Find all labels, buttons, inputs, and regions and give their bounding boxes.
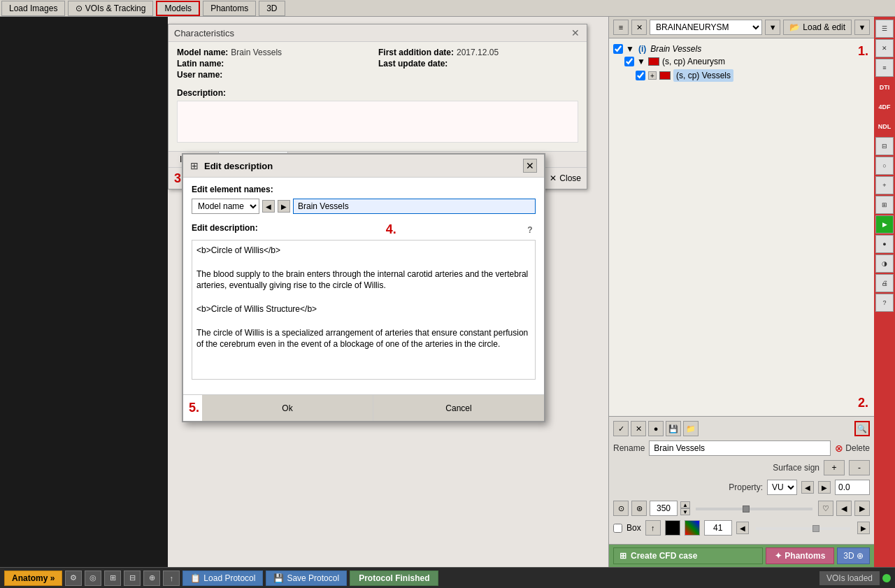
- multicolor-btn[interactable]: [685, 520, 700, 536]
- create-cfd-btn[interactable]: ⊞ Create CFD case: [613, 547, 763, 564]
- edit-dialog-icon: ⊞: [190, 160, 199, 171]
- edit-description-dialog: ⊞ Edit description ✕ Edit element names:…: [182, 153, 545, 422]
- expand-vessels[interactable]: +: [648, 71, 657, 80]
- status-icon1[interactable]: ⚙: [65, 571, 82, 586]
- dropdown-expand-btn[interactable]: ▼: [765, 20, 780, 35]
- sidebar-close-btn[interactable]: ✕: [875, 39, 894, 57]
- status-icon5[interactable]: ⊕: [143, 571, 160, 586]
- name-type-select[interactable]: Model name: [192, 199, 259, 214]
- tree-label-brain-vessels[interactable]: Brain Vessels: [650, 44, 701, 54]
- load-protocol-btn[interactable]: 📋 Load Protocol: [182, 571, 263, 586]
- slider-next-btn[interactable]: ▶: [854, 501, 870, 516]
- vois-tracking-btn[interactable]: ⊙ VOIs & Tracking: [68, 1, 153, 16]
- sidebar-menu-btn[interactable]: ☰: [875, 20, 894, 38]
- zoom-btn[interactable]: 🔍: [854, 421, 870, 436]
- ndl-btn[interactable]: NDL: [875, 117, 894, 136]
- i-icon-brain-vessels: (i): [638, 44, 646, 54]
- edit-description-label: Edit description:: [192, 223, 258, 233]
- close-x-icon: ✕: [550, 173, 557, 183]
- property-prev-btn[interactable]: ◀: [801, 481, 814, 494]
- threed-tab-btn[interactable]: 3D: [259, 1, 285, 16]
- load-images-btn[interactable]: Load Images: [1, 1, 65, 16]
- slider-down-btn[interactable]: ▼: [680, 508, 690, 515]
- help-btn[interactable]: ?: [524, 224, 536, 236]
- name-input-field[interactable]: Brain Vessels: [293, 199, 536, 214]
- prev-name-btn[interactable]: ◀: [262, 200, 275, 213]
- slider-value-input[interactable]: 350: [650, 501, 678, 516]
- color-value-input[interactable]: 41: [704, 520, 732, 536]
- load-icon: 📂: [789, 22, 800, 32]
- panel-icon-btn[interactable]: ≡: [613, 20, 629, 35]
- status-icon4[interactable]: ⊟: [124, 571, 141, 586]
- folder-btn[interactable]: 📁: [683, 421, 699, 436]
- 4df-btn[interactable]: 4DF: [875, 98, 894, 116]
- sidebar-layers-btn[interactable]: ⊟: [875, 137, 894, 155]
- tree-label-vessels[interactable]: (s, cp) Vessels: [673, 69, 733, 82]
- tree-item-brain-vessels: ▼ (i) Brain Vessels: [613, 43, 870, 55]
- models-btn[interactable]: Models: [156, 1, 200, 16]
- heart-btn[interactable]: ♡: [818, 501, 833, 516]
- next-name-btn[interactable]: ▶: [278, 200, 290, 213]
- surface-sign-row: Surface sign + -: [613, 460, 870, 475]
- sidebar-play-btn[interactable]: ▶: [875, 215, 894, 234]
- plus-sign-btn[interactable]: +: [824, 460, 845, 475]
- characteristics-fields: Model name: Brain Vessels First addition…: [177, 48, 578, 80]
- slider-icon-btn[interactable]: ⊙: [613, 501, 629, 516]
- sidebar-plus-btn[interactable]: +: [875, 176, 894, 194]
- aneurysm-color-swatch: [648, 57, 659, 66]
- sidebar-grid-btn[interactable]: ⊞: [875, 196, 894, 214]
- sidebar-print-btn[interactable]: 🖨: [875, 274, 894, 292]
- save-protocol-btn[interactable]: 💾 Save Protocol: [266, 571, 347, 586]
- confirm-btn[interactable]: ✓: [613, 421, 629, 436]
- sidebar-contrast-btn[interactable]: ◑: [875, 254, 894, 273]
- box-checkbox[interactable]: [613, 524, 622, 533]
- save-btn[interactable]: 💾: [666, 421, 681, 436]
- color-next-btn[interactable]: ▶: [857, 522, 870, 534]
- sidebar-dot-btn[interactable]: ●: [875, 235, 894, 253]
- description-textarea[interactable]: <b>Circle of Willis</b> The blood supply…: [192, 240, 536, 380]
- sidebar-circle-btn[interactable]: ○: [875, 157, 894, 175]
- threed-btn[interactable]: 3D ⊕: [837, 547, 870, 564]
- status-icon2[interactable]: ◎: [85, 571, 101, 586]
- load-edit-btn[interactable]: 📂 Load & edit: [783, 20, 852, 35]
- slider-up-btn[interactable]: ▲: [680, 501, 690, 508]
- status-icon6[interactable]: ↑: [163, 571, 180, 586]
- tree-checkbox-vessels[interactable]: [636, 71, 645, 80]
- slider-prev-btn[interactable]: ◀: [836, 501, 852, 516]
- close-btn[interactable]: ✕ Close: [550, 173, 581, 183]
- phantoms-tab-btn[interactable]: Phantoms: [203, 1, 256, 16]
- sidebar-list-btn[interactable]: ≡: [875, 59, 894, 77]
- tree-label-aneurysm[interactable]: (s, cp) Aneurysm: [662, 57, 725, 66]
- minus-sign-btn[interactable]: -: [849, 460, 870, 475]
- step2-label: 2.: [858, 396, 868, 410]
- reject-btn[interactable]: ✕: [631, 421, 646, 436]
- rename-input[interactable]: Brain Vessels: [649, 440, 831, 456]
- more-options-btn[interactable]: ▼: [854, 20, 870, 35]
- tree-checkbox-aneurysm[interactable]: [624, 57, 634, 66]
- edit-dialog-close-btn[interactable]: ✕: [523, 159, 537, 173]
- dti-btn[interactable]: DTI: [875, 78, 894, 96]
- phantoms-btn[interactable]: ✦ Phantoms: [766, 547, 834, 564]
- status-icon3[interactable]: ⊞: [104, 571, 121, 586]
- cancel-btn[interactable]: Cancel: [373, 395, 544, 421]
- characteristics-close-btn[interactable]: ✕: [570, 27, 581, 38]
- close-panel-btn[interactable]: ✕: [631, 20, 647, 35]
- brainaneurysm-select[interactable]: BRAINANEURYSM: [650, 20, 762, 35]
- delete-btn[interactable]: ⊗ Delete: [835, 443, 870, 454]
- top-toolbar: Load Images ⊙ VOIs & Tracking Models Pha…: [0, 0, 895, 17]
- protocol-finished-btn[interactable]: Protocol Finished: [350, 571, 438, 586]
- property-value-input[interactable]: 0.0: [835, 480, 870, 495]
- color-prev-btn[interactable]: ◀: [736, 522, 749, 534]
- bottom-buttons: ⊞ Create CFD case ✦ Phantoms 3D ⊕: [609, 544, 874, 567]
- anatomy-btn[interactable]: Anatomy »: [4, 571, 62, 586]
- property-next-btn[interactable]: ▶: [818, 481, 831, 494]
- sidebar-help-btn[interactable]: ?: [875, 294, 894, 312]
- play-btn[interactable]: ●: [648, 421, 664, 436]
- right-bottom: ✓ ✕ ● 💾 📁 🔍 Rename Brain Vessels ⊗ Delet…: [609, 416, 874, 544]
- black-color-btn[interactable]: [665, 520, 680, 536]
- property-select[interactable]: VU: [767, 480, 797, 495]
- up-arrow-btn[interactable]: ↑: [645, 520, 661, 536]
- tree-checkbox-brain-vessels[interactable]: [613, 44, 623, 54]
- slider-adj-btn[interactable]: ⊛: [631, 501, 647, 516]
- ok-btn[interactable]: Ok: [202, 395, 373, 421]
